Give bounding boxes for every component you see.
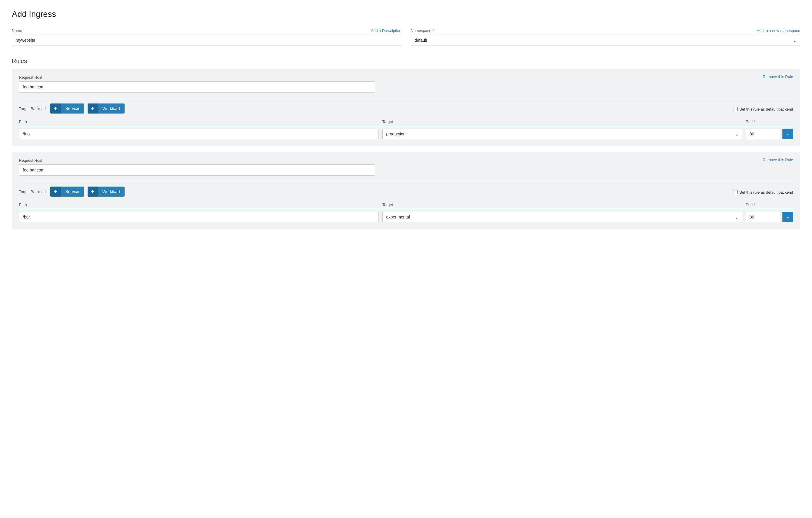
page-title: Add Ingress: [12, 9, 800, 19]
target-select-2[interactable]: experimental: [382, 212, 742, 222]
default-backend-checkbox-1[interactable]: [733, 107, 738, 111]
workload-button-2[interactable]: + Workload: [88, 187, 124, 196]
port-row-1: -: [746, 129, 793, 139]
target-backend-row-1: Target Backend + Service + Workload: [19, 103, 124, 114]
default-backend-label-2: Set this rule as default backend: [740, 190, 793, 194]
remove-rule-2-link[interactable]: Remove this Rule: [762, 158, 793, 162]
request-host-label-2: Request Host: [19, 158, 793, 163]
target-select-1[interactable]: production: [382, 129, 742, 139]
port-row-2: -: [746, 212, 793, 222]
target-backend-actions-1: Target Backend + Service + Workload Set …: [19, 103, 793, 115]
request-host-input-2[interactable]: [19, 164, 375, 176]
request-host-input-1[interactable]: [19, 81, 375, 93]
namespace-label: Namespace*: [411, 28, 434, 33]
namespace-required-star: *: [432, 28, 434, 33]
target-backend-label-2: Target Backend: [19, 189, 46, 194]
default-backend-label-1: Set this rule as default backend: [740, 107, 793, 112]
request-host-label-1: Request Host: [19, 75, 793, 80]
workload-button-1[interactable]: + Workload: [88, 103, 124, 114]
path-row-header-1: Path Target Port *: [19, 119, 793, 126]
name-label-row: Name Add a Description: [12, 28, 401, 33]
rule-divider-2: [19, 181, 793, 181]
workload-plus-icon-2: +: [88, 187, 98, 196]
default-backend-row-1: Set this rule as default backend: [733, 107, 793, 112]
workload-btn-label-2: Workload: [98, 187, 124, 196]
target-select-wrapper-1: production ⌄: [382, 129, 742, 139]
service-plus-icon-1: +: [50, 103, 61, 114]
target-backend-actions-2: Target Backend + Service + Workload Set …: [19, 187, 793, 198]
rules-section-title: Rules: [12, 58, 800, 64]
port-input-1[interactable]: [746, 129, 780, 139]
rule-divider-1: [19, 98, 793, 98]
port-input-2[interactable]: [746, 212, 780, 222]
service-button-2[interactable]: + Service: [50, 187, 84, 196]
rule-card-1: Remove this Rule Request Host Target Bac…: [12, 69, 800, 146]
target-backend-label-1: Target Backend: [19, 106, 46, 111]
rules-section: Rules Remove this Rule Request Host Targ…: [12, 58, 800, 230]
namespace-select[interactable]: default: [411, 35, 800, 46]
workload-btn-label-1: Workload: [98, 104, 124, 113]
namespace-select-wrapper: default ⌄: [411, 35, 800, 46]
namespace-label-row: Namespace* Add to a new namespace: [411, 28, 800, 33]
target-select-wrapper-2: experimental ⌄: [382, 212, 742, 222]
remove-rule-1-link[interactable]: Remove this Rule: [762, 74, 793, 79]
path-input-2[interactable]: [19, 212, 379, 222]
path-row-inputs-2: experimental ⌄ -: [19, 212, 793, 222]
port-col-label-2: Port *: [746, 203, 793, 207]
path-row-header-2: Path Target Port *: [19, 203, 793, 209]
name-input[interactable]: [12, 35, 401, 46]
namespace-field-group: Namespace* Add to a new namespace defaul…: [411, 28, 800, 46]
target-backend-row-2: Target Backend + Service + Workload: [19, 187, 124, 196]
rule-card-2: Remove this Rule Request Host Target Bac…: [12, 152, 800, 230]
port-col-label-1: Port *: [746, 119, 793, 124]
service-button-1[interactable]: + Service: [50, 103, 84, 114]
form-header: Name Add a Description Namespace* Add to…: [12, 28, 800, 46]
default-backend-checkbox-2[interactable]: [733, 190, 738, 194]
port-required-star-2: *: [754, 203, 755, 207]
path-col-label-1: Path: [19, 119, 379, 124]
path-input-1[interactable]: [19, 129, 379, 139]
default-backend-row-2: Set this rule as default backend: [733, 190, 793, 194]
service-btn-label-1: Service: [61, 104, 84, 113]
add-description-link[interactable]: Add a Description: [371, 28, 401, 33]
remove-path-button-2[interactable]: -: [782, 212, 793, 222]
path-row-inputs-1: production ⌄ -: [19, 129, 793, 139]
remove-path-button-1[interactable]: -: [782, 129, 793, 139]
service-btn-label-2: Service: [61, 187, 84, 196]
name-label: Name: [12, 28, 22, 33]
name-field-group: Name Add a Description: [12, 28, 401, 46]
target-col-label-2: Target: [382, 203, 742, 207]
target-col-label-1: Target: [382, 119, 742, 124]
path-col-label-2: Path: [19, 203, 379, 207]
service-plus-icon-2: +: [50, 187, 61, 196]
add-namespace-link[interactable]: Add to a new namespace: [757, 28, 800, 33]
port-required-star-1: *: [754, 119, 755, 124]
workload-plus-icon-1: +: [88, 103, 98, 114]
